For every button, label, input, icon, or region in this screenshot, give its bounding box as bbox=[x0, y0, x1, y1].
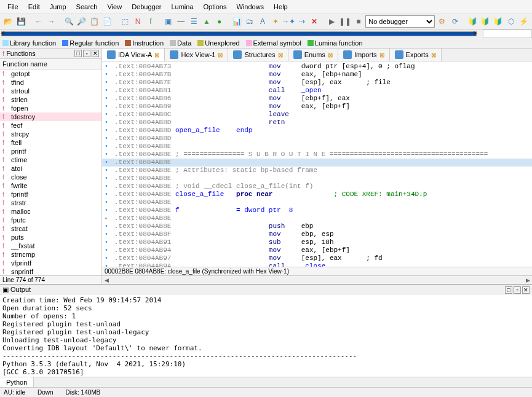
output-tab-python[interactable]: Python bbox=[0, 377, 34, 387]
tab-enums[interactable]: Enums⊠ bbox=[288, 49, 338, 61]
menu-lumina[interactable]: Lumina bbox=[166, 1, 198, 12]
tool-icon[interactable]: ⚙ bbox=[436, 15, 448, 28]
disasm-line[interactable]: •.text:0804AB8E ; void __cdecl close_a_f… bbox=[102, 183, 532, 191]
tool-icon[interactable]: 📊 bbox=[231, 15, 243, 28]
tool-icon[interactable]: ⬡ bbox=[505, 15, 517, 28]
function-item[interactable]: f tfind bbox=[0, 78, 101, 87]
tool-icon[interactable]: 🔰 bbox=[480, 15, 491, 28]
function-item[interactable]: f getopt bbox=[0, 69, 101, 78]
disasm-line[interactable]: •.text:0804AB73 mov dword ptr [esp+4], 0… bbox=[102, 63, 532, 71]
debugger-select[interactable]: No debugger bbox=[365, 15, 435, 28]
function-item[interactable]: f printf bbox=[0, 147, 101, 155]
function-item[interactable]: f malloc bbox=[0, 207, 101, 216]
disasm-line[interactable]: •.text:0804AB91 sub esp, 18h bbox=[102, 238, 532, 246]
nav-band[interactable] bbox=[1, 31, 477, 36]
disasm-line[interactable]: •.text:0804AB8E ; Attributes: static bp-… bbox=[102, 167, 532, 175]
disasm-line[interactable]: •.text:0804AB8D open_a_file endp bbox=[102, 127, 532, 135]
function-item[interactable]: f strlen bbox=[0, 95, 101, 104]
menu-search[interactable]: Search bbox=[71, 1, 103, 12]
function-item[interactable]: f close bbox=[0, 173, 101, 181]
disasm-line[interactable]: •.text:0804AB8F mov ebp, esp bbox=[102, 230, 532, 238]
function-item[interactable]: f strtoul bbox=[0, 87, 101, 95]
disasm-line[interactable]: •.text:0804AB7E mov [esp], eax ; file bbox=[102, 79, 532, 87]
disasm-line[interactable]: •.text:0804AB8E bbox=[102, 143, 532, 151]
tool-icon[interactable]: N bbox=[132, 15, 144, 28]
tool-icon[interactable]: 📋 bbox=[89, 15, 100, 28]
menu-edit[interactable]: Edit bbox=[23, 1, 45, 12]
output-text[interactable]: Creation time: Wed Feb 19 09:14:57 2014 … bbox=[0, 295, 532, 377]
back-icon[interactable]: ← bbox=[33, 15, 44, 28]
function-item[interactable]: f atoi bbox=[0, 164, 101, 173]
menu-help[interactable]: Help bbox=[269, 1, 293, 12]
h-scrollbar[interactable]: ◀▶ bbox=[102, 275, 532, 284]
function-item[interactable]: f strncmp bbox=[0, 250, 101, 259]
pause-icon[interactable]: ❚❚ bbox=[339, 15, 351, 28]
close-icon[interactable]: ✕ bbox=[92, 50, 99, 57]
disassembly-view[interactable]: •.text:0804AB73 mov dword ptr [esp+4], 0… bbox=[102, 61, 532, 267]
tool-icon[interactable]: ⟳ bbox=[449, 15, 461, 28]
function-item[interactable]: f strcpy bbox=[0, 130, 101, 138]
tool-icon[interactable]: 🔰 bbox=[467, 15, 478, 28]
menu-debugger[interactable]: Debugger bbox=[127, 1, 166, 12]
tool-icon[interactable]: ⚡ bbox=[518, 15, 530, 28]
disasm-line[interactable]: •.text:0804AB8C leave bbox=[102, 111, 532, 119]
function-item[interactable]: f fwrite bbox=[0, 181, 101, 190]
disasm-line[interactable]: •.text:0804AB8E bbox=[102, 159, 532, 167]
disasm-line[interactable]: •.text:0804AB8E bbox=[102, 175, 532, 183]
function-item[interactable]: f feof bbox=[0, 121, 101, 130]
stop2-icon[interactable]: ■ bbox=[352, 15, 364, 28]
disasm-line[interactable]: •.text:0804AB8E close_a_file proc near ;… bbox=[102, 191, 532, 198]
tool-icon[interactable]: 🔰 bbox=[492, 15, 504, 28]
function-item[interactable]: f ftell bbox=[0, 138, 101, 147]
tool-icon[interactable]: — bbox=[175, 15, 187, 28]
disasm-line[interactable]: •.text:0804AB8E push ebp bbox=[102, 222, 532, 230]
function-item[interactable]: f strcat bbox=[0, 224, 101, 233]
tool-icon[interactable]: 📄 bbox=[101, 15, 113, 28]
function-item[interactable]: f vfprintf bbox=[0, 259, 101, 267]
tool-icon[interactable]: ▲ bbox=[200, 15, 212, 28]
menu-options[interactable]: Options bbox=[199, 1, 232, 12]
tool-icon[interactable]: A bbox=[256, 15, 268, 28]
tool-icon[interactable]: →✦ bbox=[282, 15, 295, 28]
menu-jump[interactable]: Jump bbox=[45, 1, 71, 12]
disasm-line[interactable]: •.text:0804AB8E f = dword ptr 8 bbox=[102, 206, 532, 214]
disasm-line[interactable]: •.text:0804AB8D retn bbox=[102, 119, 532, 127]
tool-icon[interactable]: 🔍 bbox=[63, 15, 75, 28]
play-icon[interactable]: ▶ bbox=[327, 15, 338, 28]
function-item[interactable]: f ctime bbox=[0, 155, 101, 164]
undock-icon[interactable]: □ bbox=[74, 50, 82, 57]
tab-exports[interactable]: Exports⊠ bbox=[390, 49, 442, 61]
disasm-line[interactable]: •.text:0804AB7B mov eax, [ebp+name] bbox=[102, 71, 532, 79]
functions-list[interactable]: f getoptf tfindf strtoulf strlenf fopenf… bbox=[0, 69, 101, 275]
menu-windows[interactable]: Windows bbox=[231, 1, 269, 12]
max-icon[interactable]: ▫ bbox=[83, 50, 90, 57]
function-item[interactable]: f snprintf bbox=[0, 267, 101, 275]
max-icon[interactable]: ▫ bbox=[514, 286, 521, 294]
tool-icon[interactable]: ⬚ bbox=[119, 15, 131, 28]
tab-imports[interactable]: Imports⊠ bbox=[338, 49, 390, 61]
disasm-line[interactable]: •.text:0804AB94 mov eax, [ebp+f] bbox=[102, 246, 532, 254]
nav-overview[interactable] bbox=[483, 29, 532, 38]
tool-icon[interactable]: 🗂 bbox=[244, 15, 256, 28]
disasm-line[interactable]: •.text:0804AB81 call _open bbox=[102, 87, 532, 95]
open-icon[interactable]: 📂 bbox=[2, 15, 14, 28]
disasm-line[interactable]: •.text:0804AB8D bbox=[102, 135, 532, 143]
run-icon[interactable]: ● bbox=[213, 15, 225, 28]
undock-icon[interactable]: □ bbox=[505, 286, 512, 294]
function-item[interactable]: f fopen bbox=[0, 104, 101, 112]
disasm-line[interactable]: •.text:0804AB89 mov eax, [ebp+f] bbox=[102, 103, 532, 111]
menu-file[interactable]: File bbox=[2, 1, 23, 12]
function-item[interactable]: f fputc bbox=[0, 216, 101, 224]
close-icon[interactable]: ✕ bbox=[522, 286, 530, 294]
tool-icon[interactable]: ☰ bbox=[188, 15, 200, 28]
function-item[interactable]: f tdestroy bbox=[0, 112, 101, 121]
tool-icon[interactable]: ▣ bbox=[162, 15, 174, 28]
disasm-line[interactable]: ▾.text:0804AB8E bbox=[102, 214, 532, 222]
disasm-line[interactable]: •.text:0804AB8E ; =============== S U B … bbox=[102, 151, 532, 159]
functions-col-header[interactable]: Function name bbox=[0, 59, 101, 69]
function-item[interactable]: f fprintf bbox=[0, 190, 101, 198]
function-item[interactable]: f puts bbox=[0, 233, 101, 242]
tab-hex-view-1[interactable]: Hex View-1⊠ bbox=[165, 49, 228, 61]
disasm-line[interactable]: •.text:0804AB8E bbox=[102, 198, 532, 206]
tool-icon[interactable]: ✦ bbox=[269, 15, 281, 28]
